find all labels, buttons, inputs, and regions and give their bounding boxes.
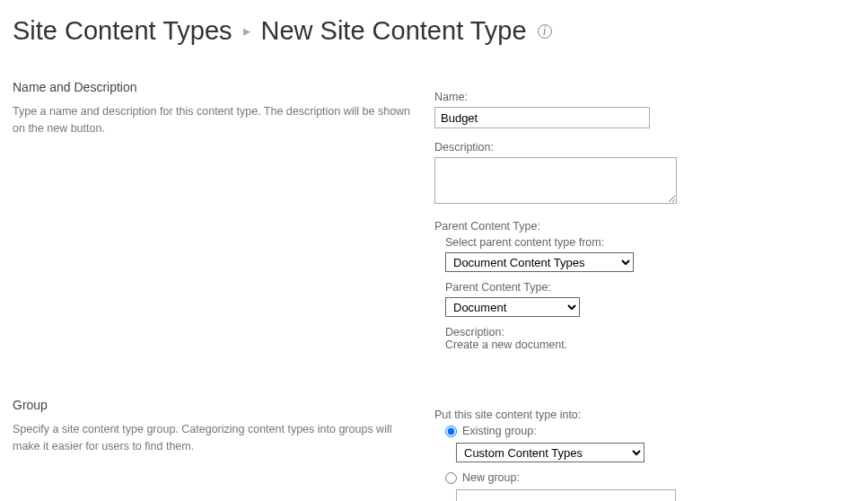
section-group: Group Specify a site content type group.…: [13, 398, 855, 501]
section-name-description: Name and Description Type a name and des…: [13, 80, 855, 364]
existing-group-radio[interactable]: [445, 426, 457, 437]
page-title: Site Content Types ▸ New Site Content Ty…: [13, 16, 855, 46]
new-group-radio[interactable]: [445, 472, 457, 484]
parent-desc-label: Description:: [445, 326, 855, 338]
name-label: Name:: [434, 91, 855, 103]
section-heading-name: Name and Description: [13, 80, 416, 94]
description-textarea[interactable]: [434, 157, 677, 204]
existing-group-select[interactable]: Custom Content Types: [456, 443, 644, 462]
breadcrumb-link[interactable]: Site Content Types: [13, 16, 232, 46]
section-helptext-name: Type a name and description for this con…: [13, 103, 416, 137]
section-heading-group: Group: [13, 398, 416, 412]
parent-group-select[interactable]: Document Content Types: [445, 252, 634, 272]
parent-desc-value: Create a new document.: [445, 338, 855, 351]
parent-ct-select[interactable]: Document: [445, 297, 580, 317]
new-group-input[interactable]: [456, 489, 676, 501]
parent-content-type-label: Parent Content Type:: [434, 220, 855, 233]
name-input[interactable]: [434, 107, 650, 128]
section-helptext-group: Specify a site content type group. Categ…: [13, 421, 416, 455]
new-group-label: New group:: [462, 471, 520, 484]
put-into-label: Put this site content type into:: [434, 409, 855, 421]
page-title-text: New Site Content Type: [261, 16, 527, 46]
info-icon[interactable]: i: [538, 24, 552, 39]
existing-group-label: Existing group:: [462, 425, 537, 437]
parent-group-label: Select parent content type from:: [445, 236, 855, 249]
chevron-right-icon: ▸: [243, 22, 250, 40]
description-label: Description:: [434, 141, 855, 154]
parent-ct-label: Parent Content Type:: [445, 281, 855, 294]
